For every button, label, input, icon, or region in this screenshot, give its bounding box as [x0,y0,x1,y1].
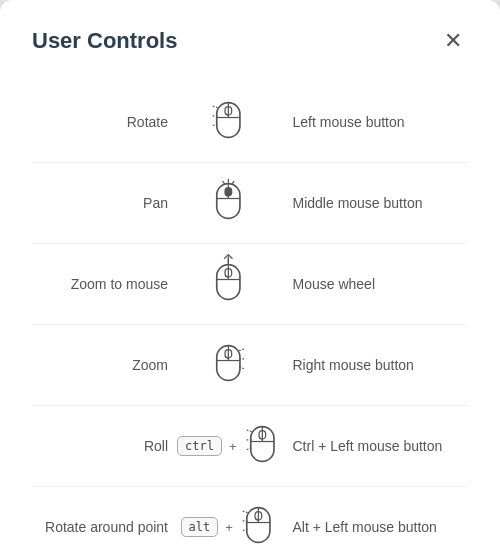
action-label: Pan [32,163,172,244]
user-controls-dialog: User Controls ✕ Rotate Left mouse button… [0,0,500,558]
icon-cell: ctrl + [172,406,289,487]
icon-cell [172,325,289,406]
icon-combo: ctrl + [176,415,285,477]
mouse-icon [243,415,285,477]
shortcut-label: Left mouse button [289,82,469,163]
table-row: Rotate Left mouse button [32,82,468,163]
shortcut-label: Middle mouse button [289,163,469,244]
controls-table: Rotate Left mouse buttonPan [32,82,468,558]
shortcut-label: Ctrl + Left mouse button [289,406,469,487]
key-badge: ctrl [177,436,222,456]
mouse-icon [209,172,251,234]
mouse-icon [209,334,251,396]
table-row: Zoom to mouse Mouse wheel [32,244,468,325]
plus-sign: + [225,520,233,535]
close-button[interactable]: ✕ [438,28,468,54]
mouse-icon [209,253,251,315]
svg-rect-13 [225,188,232,196]
icon-cell [172,82,289,163]
action-label: Roll [32,406,172,487]
action-label: Rotate [32,82,172,163]
table-row: Rotate around point alt + Alt + Left mou… [32,487,468,559]
shortcut-label: Right mouse button [289,325,469,406]
table-row: Pan Middle mouse button [32,163,468,244]
table-row: Zoom Right mouse button [32,325,468,406]
svg-line-33 [242,511,248,513]
icon-cell [172,163,289,244]
icon-combo: alt + [176,496,285,558]
icon-cell: alt + [172,487,289,559]
dialog-header: User Controls ✕ [32,28,468,54]
svg-line-0 [212,106,218,108]
action-label: Zoom [32,325,172,406]
table-row: Roll ctrl + Ctrl + Left mouse button [32,406,468,487]
action-label: Rotate around point [32,487,172,559]
mouse-icon [239,496,281,558]
svg-line-26 [245,430,251,432]
icon-cell [172,244,289,325]
svg-line-19 [239,349,245,351]
shortcut-label: Mouse wheel [289,244,469,325]
mouse-icon [209,91,251,153]
action-label: Zoom to mouse [32,244,172,325]
dialog-title: User Controls [32,28,177,54]
plus-sign: + [229,439,237,454]
key-badge: alt [181,517,219,537]
shortcut-label: Alt + Left mouse button [289,487,469,559]
